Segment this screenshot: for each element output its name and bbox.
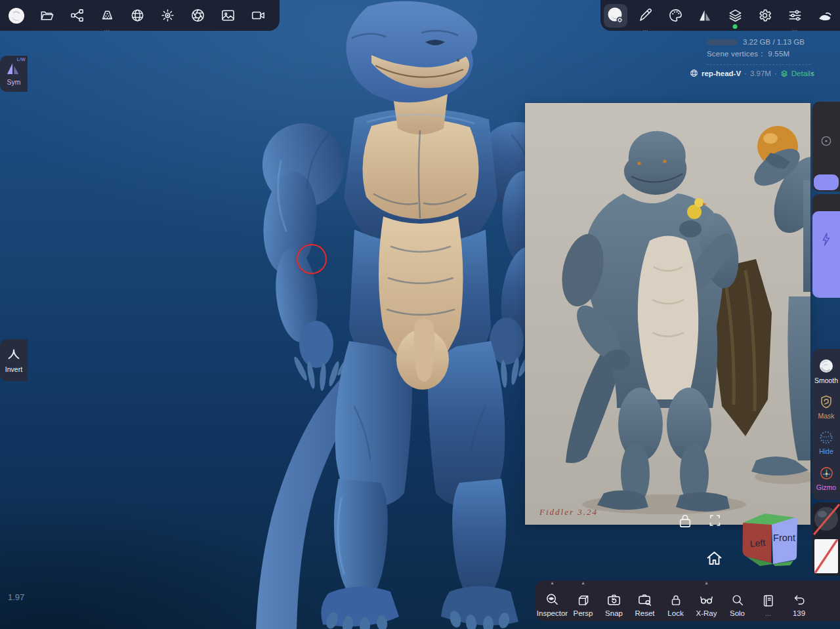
reset-button[interactable]: Reset [629,580,660,621]
radius-dot-icon [820,134,833,148]
brush-cursor-ring [297,244,327,274]
selected-object-row[interactable]: rep-head-V · 3.97M · Details [690,69,814,77]
scene-vertices-label: Scene vertices： [707,50,766,58]
video-camera-icon [251,8,266,23]
intensity-slider[interactable] [812,194,840,298]
scene-vertices-value: 9.55M [768,50,789,58]
pencil-brush-icon [638,8,653,23]
reference-image-panel[interactable]: Fiddler 3.24 [525,103,810,525]
home-view-icon[interactable] [705,550,723,567]
symmetry-button[interactable] [690,0,721,31]
notebook-icon [761,594,776,608]
brush-tool-button[interactable]: … [631,0,661,31]
smooth-ball-icon [818,357,835,375]
open-folder-icon [39,8,54,23]
background-image-button[interactable] [213,0,243,31]
more-label: ... [765,610,770,617]
solo-button[interactable]: Solo [722,580,753,621]
xray-button[interactable]: ▴ X-Ray [691,580,722,621]
details-layers-icon [780,70,788,77]
settings-gear-icon [757,8,772,23]
hide-dotted-sphere-icon [818,430,834,445]
radius-slider[interactable] [812,102,840,192]
undo-count-label: 139 [793,609,805,617]
memory-usage-text: 3.22 GB / 1.13 GB [743,38,805,46]
render-button[interactable] [182,0,213,31]
symmetry-toggle-button[interactable]: L/W Sym [0,56,28,92]
separator-dot: · [744,70,747,77]
padlock-icon [669,593,683,607]
turntable-button[interactable] [243,0,273,31]
topology-button[interactable]: … [92,0,122,31]
more-dots: … [792,26,799,31]
sym-mode-badge: L/W [17,57,26,62]
lock-button[interactable]: Lock [660,580,691,621]
invert-icon [6,348,22,363]
persp-label: Persp [573,609,593,617]
scene-graph-button[interactable] [62,0,92,31]
invert-label: Invert [5,365,22,373]
settings-button[interactable] [750,0,780,31]
separator-dot: · [774,70,777,77]
camera-reset-icon [637,592,652,607]
undo-button[interactable]: 139 [784,580,814,621]
notes-button[interactable]: ... [753,580,784,621]
view-cube[interactable]: Left Front [734,509,799,569]
scene-stats: 3.22 GB / 1.13 GB Scene vertices： 9.55M [707,38,810,59]
gizmo-label: Gizmo [816,483,836,491]
smooth-tool-button[interactable]: Smooth [812,357,840,384]
solo-label: Solo [730,609,745,617]
wireframe-sphere-icon [130,8,145,23]
intensity-slider-fill [812,211,840,298]
camera-lock-icon[interactable] [678,512,692,529]
snap-button[interactable]: Snap [598,580,629,621]
lighting-button[interactable] [152,0,182,31]
top-right-toolbar: … … [600,0,840,31]
smooth-label: Smooth [814,376,838,384]
mesh-sphere-icon [690,69,698,77]
reset-label: Reset [635,609,654,617]
perspective-button[interactable]: ▴ Persp [568,580,598,621]
perspective-cube-icon [576,593,591,607]
tool-shortcuts-panel: Smooth Mask Hide Gizmo [812,349,840,500]
stats-divider [707,64,810,65]
hide-tool-button[interactable]: Hide [812,430,840,455]
object-name: rep-head-V [702,70,741,77]
matcap-sphere-button[interactable] [122,0,152,31]
inspector-button[interactable]: ▴ Inspector [537,580,568,621]
material-color-swatches [812,502,840,576]
inspector-eye-magnifier-icon [545,592,560,607]
paint-palette-icon [668,8,683,23]
material-swatch[interactable] [814,505,839,534]
lock-label: Lock [667,609,683,617]
painting-button[interactable] [660,0,690,31]
magnifier-icon [730,593,745,607]
active-tool-button[interactable] [600,0,631,31]
expand-caret: ▴ [551,581,553,585]
app-logo-button[interactable] [1,0,32,31]
panel-collapse-chevron[interactable]: ‹ [811,68,814,78]
radius-slider-handle[interactable] [814,174,839,190]
nomad-logo-icon [7,7,26,25]
invert-tool-button[interactable]: Invert [0,339,28,381]
camera-snap-icon [606,592,621,607]
more-dots: … [104,26,110,31]
viewport-bottom-toolbar: ▴ Inspector ▴ Persp Snap Reset Lock [535,580,840,621]
intensity-lightning-icon [820,232,833,247]
view-cube-front-label: Front [773,533,795,543]
gesture-button[interactable] [810,0,840,31]
layers-button[interactable] [721,0,751,31]
more-dots: … [642,26,648,31]
mask-label: Mask [818,412,834,420]
layers-active-dot [733,24,738,29]
glasses-icon [699,592,714,607]
fullscreen-corners-icon[interactable] [708,514,722,527]
color-swatch[interactable] [814,539,838,573]
mask-tool-button[interactable]: Mask [812,394,840,420]
files-button[interactable] [32,0,62,31]
material-sphere-gear-icon [606,6,625,26]
multires-pyramid-icon [100,8,115,23]
gizmo-tool-button[interactable]: Gizmo [812,465,840,491]
interface-sliders-button[interactable]: … [780,0,810,31]
layers-icon [728,8,743,23]
